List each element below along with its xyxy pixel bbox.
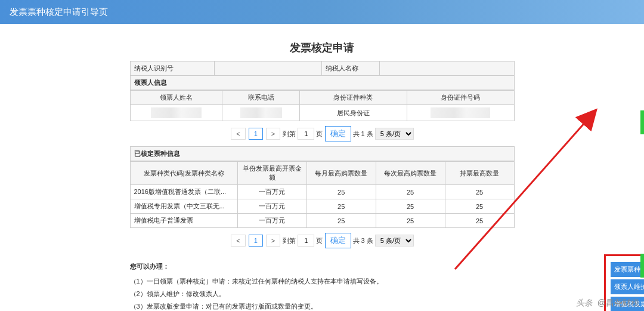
col-receiver-name: 领票人姓名 bbox=[130, 91, 222, 105]
blurred-value bbox=[151, 107, 202, 118]
col-a2: 每月最高购票数量 bbox=[306, 162, 376, 185]
prev-button[interactable]: < bbox=[231, 235, 245, 247]
approved-table: 发票种类代码|发票种类名称 单份发票最高开票金额 每月最高购票数量 每次最高购票… bbox=[130, 161, 515, 228]
help-line-3: （3）发票改版变量申请：对已有的发票进行版面或数量的变更。 bbox=[130, 300, 515, 311]
link-receiver-maintain[interactable]: 领票人维护 bbox=[611, 279, 645, 294]
scroll-indicator-icon bbox=[640, 254, 644, 278]
cell: 25 bbox=[306, 214, 376, 228]
cell: 25 bbox=[376, 199, 445, 214]
scroll-indicator-icon bbox=[640, 110, 644, 134]
label-taxpayer-name: 纳税人名称 bbox=[322, 61, 380, 76]
value-taxpayer-id bbox=[215, 61, 322, 76]
total-label: 共 3 条 bbox=[353, 237, 373, 244]
help-line-1: （1）一日领票（票种核定）申请：未核定过任何票种的纳税人支持在本申请填写设备。 bbox=[130, 275, 515, 288]
table-row: 居民身份证 bbox=[130, 105, 514, 121]
table-row: 增值税电子普通发票 一百万元 25 25 25 bbox=[130, 214, 514, 228]
cell: 25 bbox=[445, 185, 514, 199]
value-taxpayer-name bbox=[380, 61, 514, 76]
cell: 增值税专用发票（中文三联无... bbox=[130, 199, 237, 214]
cell: 一百万元 bbox=[237, 214, 306, 228]
table-row: 增值税专用发票（中文三联无... 一百万元 25 25 25 bbox=[130, 199, 514, 214]
col-id-type: 身份证件种类 bbox=[299, 91, 407, 105]
next-button[interactable]: > bbox=[266, 128, 280, 140]
receiver-section-title: 领票人信息 bbox=[130, 76, 514, 90]
cell: 2016版增值税普通发票（二联... bbox=[130, 185, 237, 199]
help-intro: 您可以办理： bbox=[130, 260, 515, 273]
pager-2: < 1 > 到第 页 确定 共 3 条 5 条/页 bbox=[0, 233, 644, 248]
pager-1: < 1 > 到第 页 确定 共 1 条 5 条/页 bbox=[0, 126, 644, 141]
page-button[interactable]: 1 bbox=[249, 235, 263, 247]
next-button[interactable]: > bbox=[266, 235, 280, 247]
per-page-select[interactable]: 5 条/页 bbox=[375, 128, 414, 140]
col-a1: 单份发票最高开票金额 bbox=[237, 162, 306, 185]
total-label: 共 1 条 bbox=[353, 130, 373, 137]
page-unit: 页 bbox=[316, 130, 323, 137]
header-title: 发票票种核定申请引导页 bbox=[10, 7, 108, 17]
link-invoice-approval[interactable]: 发票票种核定申请 bbox=[611, 262, 645, 277]
cell: 一百万元 bbox=[237, 185, 306, 199]
cell: 25 bbox=[376, 214, 445, 228]
to-label: 到第 bbox=[283, 130, 296, 137]
approved-section-title: 已核定票种信息 bbox=[130, 147, 514, 161]
cell: 25 bbox=[306, 199, 376, 214]
receiver-table: 领票人姓名 联系电话 身份证件种类 身份证件号码 居民身份证 bbox=[130, 90, 515, 121]
cell-id-type: 居民身份证 bbox=[299, 105, 407, 121]
cell: 25 bbox=[376, 185, 445, 199]
page-title: 发票核定申请 bbox=[0, 41, 644, 55]
page-input[interactable] bbox=[298, 235, 314, 247]
page-header: 发票票种核定申请引导页 bbox=[0, 0, 644, 24]
col-id-number: 身份证件号码 bbox=[407, 91, 514, 105]
cell: 增值税电子普通发票 bbox=[130, 214, 237, 228]
blurred-value bbox=[431, 107, 490, 118]
cell: 一百万元 bbox=[237, 199, 306, 214]
page-button[interactable]: 1 bbox=[249, 128, 263, 140]
col-receiver-phone: 联系电话 bbox=[222, 91, 300, 105]
page-unit: 页 bbox=[316, 237, 323, 244]
confirm-button[interactable]: 确定 bbox=[325, 126, 351, 141]
col-a0: 发票种类代码|发票种类名称 bbox=[130, 162, 237, 185]
cell: 25 bbox=[306, 185, 376, 199]
watermark-text: @昌尧财税 bbox=[595, 298, 639, 307]
to-label: 到第 bbox=[283, 237, 296, 244]
page-input[interactable] bbox=[298, 128, 314, 140]
watermark: 头条 @昌尧财税 bbox=[576, 298, 639, 309]
cell: 25 bbox=[445, 214, 514, 228]
taxpayer-table: 纳税人识别号 纳税人名称 领票人信息 bbox=[130, 61, 515, 90]
confirm-button[interactable]: 确定 bbox=[325, 233, 351, 248]
col-a4: 持票最高数量 bbox=[445, 162, 514, 185]
table-row: 2016版增值税普通发票（二联... 一百万元 25 25 25 bbox=[130, 185, 514, 199]
label-taxpayer-id: 纳税人识别号 bbox=[130, 61, 215, 76]
help-line-2: （2）领票人维护：修改领票人。 bbox=[130, 288, 515, 300]
col-a3: 每次最高购票数量 bbox=[376, 162, 445, 185]
per-page-select[interactable]: 5 条/页 bbox=[375, 235, 414, 247]
blurred-value bbox=[240, 107, 282, 118]
approved-section-table: 已核定票种信息 bbox=[130, 146, 515, 161]
prev-button[interactable]: < bbox=[231, 128, 245, 140]
cell: 25 bbox=[445, 199, 514, 214]
toutiao-icon: 头条 bbox=[576, 298, 593, 307]
help-section: 您可以办理： （1）一日领票（票种核定）申请：未核定过任何票种的纳税人支持在本申… bbox=[130, 260, 515, 311]
